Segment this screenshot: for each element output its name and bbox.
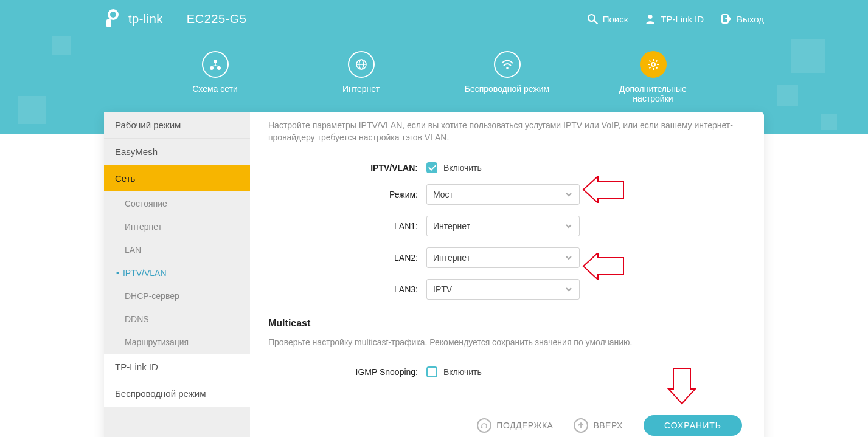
chevron-down-icon — [564, 222, 573, 230]
svg-line-21 — [649, 67, 650, 69]
row-lan1: LAN1: Интернет — [268, 216, 741, 236]
tab-label: Беспроводной режим — [465, 84, 550, 94]
sidebar-item-mode[interactable]: Рабочий режим — [104, 112, 250, 139]
main-nav: Схема сети Интернет Беспроводной режим Д… — [104, 38, 764, 103]
svg-line-18 — [649, 61, 650, 62]
multicast-description: Проверьте настройку multicast-трафика. Р… — [268, 336, 741, 348]
sidebar-sub-lan[interactable]: LAN — [104, 238, 250, 261]
igmp-enable-label: Включить — [443, 367, 482, 377]
model-label: EC225-G5 — [178, 12, 247, 26]
igmp-enable-checkbox[interactable] — [426, 366, 437, 377]
lan1-value: Интернет — [433, 221, 470, 231]
lan1-label: LAN1: — [268, 221, 426, 231]
svg-rect-22 — [481, 426, 482, 428]
tab-advanced[interactable]: Дополнительные настройки — [608, 51, 699, 103]
arrow-up-icon — [574, 418, 588, 433]
save-button[interactable]: СОХРАНИТЬ — [644, 415, 742, 436]
svg-line-3 — [594, 21, 597, 24]
svg-point-8 — [217, 66, 221, 70]
search-icon — [587, 13, 598, 24]
top-actions: Поиск TP-Link ID Выход — [587, 13, 764, 24]
multicast-heading: Multicast — [268, 318, 741, 329]
support-button[interactable]: ПОДДЕРЖКА — [477, 418, 553, 433]
mode-value: Мост — [433, 190, 453, 199]
lan3-value: IPTV — [433, 284, 452, 294]
svg-line-19 — [656, 67, 657, 69]
tab-internet[interactable]: Интернет — [316, 51, 407, 103]
svg-point-13 — [651, 63, 655, 66]
svg-point-7 — [210, 66, 214, 70]
chevron-down-icon — [564, 190, 573, 199]
lan2-label: LAN2: — [268, 253, 426, 263]
wifi-icon — [494, 51, 521, 78]
svg-point-4 — [648, 15, 653, 19]
sidebar-item-network[interactable]: Сеть — [104, 165, 250, 192]
network-map-icon — [202, 51, 229, 78]
content-area: Настройте параметры IPTV/VLAN, если вы х… — [250, 112, 764, 437]
tab-label: Интернет — [342, 84, 380, 94]
mode-label: Режим: — [268, 190, 426, 199]
main-panel: Рабочий режим EasyMesh Сеть Состояние Ин… — [104, 112, 764, 437]
sidebar: Рабочий режим EasyMesh Сеть Состояние Ин… — [104, 112, 250, 437]
top-label: ВВЕРХ — [593, 421, 623, 430]
svg-point-6 — [214, 60, 217, 63]
lan2-dropdown[interactable]: Интернет — [426, 247, 580, 268]
chevron-down-icon — [564, 285, 573, 294]
sidebar-sub-internet[interactable]: Интернет — [104, 215, 250, 238]
lan3-label: LAN3: — [268, 284, 426, 294]
row-mode: Режим: Мост — [268, 184, 741, 205]
svg-rect-23 — [486, 426, 487, 428]
brand-text: tp-link — [128, 12, 163, 26]
lan2-value: Интернет — [433, 253, 470, 263]
scroll-top-button[interactable]: ВВЕРХ — [574, 418, 623, 433]
sidebar-sub-iptv[interactable]: IPTV/VLAN — [104, 261, 250, 284]
search-label: Поиск — [603, 14, 628, 24]
mode-dropdown[interactable]: Мост — [426, 184, 580, 205]
tab-label: Дополнительные настройки — [619, 84, 687, 103]
svg-point-12 — [506, 67, 509, 69]
user-icon — [645, 13, 656, 24]
footer-bar: ПОДДЕРЖКА ВВЕРХ СОХРАНИТЬ — [250, 408, 764, 437]
iptv-enable-checkbox[interactable] — [426, 162, 437, 173]
sidebar-item-tplinkid[interactable]: TP-Link ID — [104, 354, 250, 380]
svg-line-20 — [656, 61, 657, 62]
sidebar-item-wireless[interactable]: Беспроводной режим — [104, 380, 250, 407]
search-action[interactable]: Поиск — [587, 13, 628, 24]
chevron-down-icon — [564, 253, 573, 262]
svg-point-0 — [109, 10, 117, 19]
globe-icon — [348, 51, 375, 78]
iptv-main-label: IPTV/VLAN: — [268, 163, 426, 173]
gear-icon — [640, 51, 667, 78]
tplinkid-label: TP-Link ID — [661, 14, 704, 24]
sidebar-sub-status[interactable]: Состояние — [104, 192, 250, 215]
lan1-dropdown[interactable]: Интернет — [426, 216, 580, 236]
headset-icon — [477, 418, 491, 433]
sidebar-sub-ddns[interactable]: DDNS — [104, 308, 250, 331]
sidebar-sub-dhcp[interactable]: DHCP-сервер — [104, 284, 250, 308]
logout-label: Выход — [737, 14, 764, 24]
logout-icon — [721, 13, 732, 24]
igmp-label: IGMP Snooping: — [268, 367, 426, 377]
topbar: tp-link EC225-G5 Поиск TP-Link ID Выход — [104, 0, 764, 38]
sidebar-item-easymesh[interactable]: EasyMesh — [104, 139, 250, 165]
sidebar-sub-routing[interactable]: Маршрутизация — [104, 331, 250, 354]
save-label: СОХРАНИТЬ — [664, 421, 721, 430]
tab-label: Схема сети — [192, 84, 238, 94]
tab-network-map[interactable]: Схема сети — [170, 51, 261, 103]
row-lan3: LAN3: IPTV — [268, 279, 741, 300]
brand-logo: tp-link EC225-G5 — [104, 9, 246, 29]
row-igmp: IGMP Snooping: Включить — [268, 366, 741, 377]
row-lan2: LAN2: Интернет — [268, 247, 741, 268]
tp-logo-icon — [104, 9, 122, 29]
lan3-dropdown[interactable]: IPTV — [426, 279, 580, 300]
tplinkid-action[interactable]: TP-Link ID — [645, 13, 704, 24]
row-iptv-enable: IPTV/VLAN: Включить — [268, 162, 741, 173]
iptv-enable-label: Включить — [443, 163, 482, 173]
svg-rect-1 — [106, 19, 111, 27]
logout-action[interactable]: Выход — [721, 13, 764, 24]
iptv-description: Настройте параметры IPTV/VLAN, если вы х… — [268, 119, 741, 144]
tab-wireless[interactable]: Беспроводной режим — [462, 51, 553, 103]
support-label: ПОДДЕРЖКА — [496, 421, 553, 430]
